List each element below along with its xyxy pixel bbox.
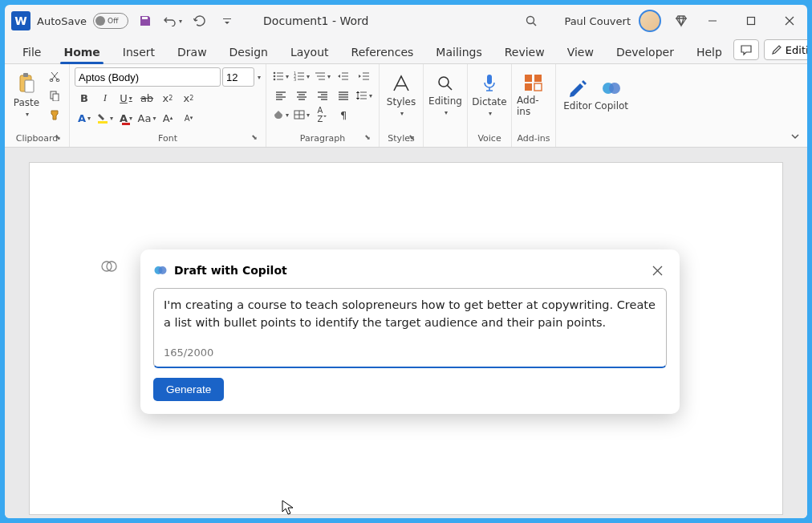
svg-rect-24 [534, 83, 542, 91]
copy-button[interactable] [45, 87, 64, 104]
svg-text:3: 3 [294, 77, 296, 81]
editing-button[interactable]: Editing ▾ [428, 67, 462, 122]
collapse-ribbon-button[interactable] [790, 131, 801, 142]
borders-button[interactable]: ▾ [292, 106, 311, 124]
editor-group-label [561, 132, 628, 145]
font-size-select[interactable] [222, 67, 254, 87]
chevron-down-icon: ▾ [489, 110, 492, 117]
editor-button[interactable]: Editor [561, 67, 595, 122]
font-group-label: Font ⬊ [75, 132, 261, 145]
maximize-button[interactable] [733, 8, 769, 34]
tab-file[interactable]: File [11, 40, 52, 63]
highlight-button[interactable]: ▾ [95, 109, 115, 127]
align-right-button[interactable] [313, 87, 332, 104]
word-window: W AutoSave Off ▾ Document1 - Word Paul C… [5, 5, 807, 518]
redo-button[interactable] [189, 10, 210, 31]
decrease-indent-button[interactable] [334, 67, 353, 85]
italic-button[interactable]: I [95, 89, 115, 107]
tab-draw[interactable]: Draw [166, 40, 218, 63]
tab-references[interactable]: References [340, 40, 425, 63]
tab-review[interactable]: Review [493, 40, 556, 63]
justify-button[interactable] [334, 87, 353, 104]
svg-point-0 [527, 17, 534, 24]
svg-rect-11 [122, 123, 130, 125]
chevron-down-icon: ▾ [26, 111, 29, 118]
text-effects-button[interactable]: A▾ [75, 109, 94, 127]
tab-insert[interactable]: Insert [112, 40, 166, 63]
multilevel-list-button[interactable]: ▾ [313, 67, 332, 85]
subscript-button[interactable]: x2 [158, 89, 177, 107]
comments-button[interactable] [733, 39, 759, 60]
paste-label: Paste [14, 97, 39, 108]
tab-mailings[interactable]: Mailings [424, 40, 493, 63]
numbering-button[interactable]: 123▾ [292, 67, 311, 85]
shrink-font-button[interactable]: A▾ [179, 109, 198, 127]
dialog-launcher-icon[interactable]: ⬊ [53, 133, 63, 143]
increase-indent-button[interactable] [355, 67, 374, 85]
voice-group-label: Voice [473, 132, 506, 145]
copilot-label: Copilot [595, 100, 628, 111]
font-color-button[interactable]: A▾ [116, 109, 136, 127]
copilot-close-button[interactable] [648, 261, 667, 280]
bold-button[interactable]: B [75, 89, 94, 107]
line-spacing-button[interactable]: ▾ [355, 87, 374, 104]
svg-point-30 [159, 266, 167, 274]
grow-font-button[interactable]: A▴ [158, 109, 177, 127]
format-painter-button[interactable] [45, 106, 64, 124]
close-window-button[interactable] [772, 8, 807, 34]
group-font: ▾ B I U▾ ab x2 x2 A▾ ▾ A▾ Aa▾ A▴ A▾ [70, 64, 266, 147]
change-case-button[interactable]: Aa▾ [137, 109, 156, 127]
dictate-button[interactable]: Dictate ▾ [473, 67, 506, 122]
document-page[interactable]: Draft with Copilot I'm creating a course… [29, 162, 783, 515]
paragraph-group-label: Paragraph ⬊ [271, 132, 374, 145]
svg-rect-4 [23, 73, 28, 77]
tab-help[interactable]: Help [685, 40, 733, 63]
document-area[interactable]: Draft with Copilot I'm creating a course… [5, 148, 807, 518]
dialog-launcher-icon[interactable]: ⬊ [363, 133, 372, 143]
mouse-cursor-icon [282, 500, 294, 516]
copilot-ribbon-button[interactable]: Copilot [595, 67, 628, 122]
save-button[interactable] [135, 10, 156, 31]
tab-developer[interactable]: Developer [605, 40, 685, 63]
sort-button[interactable]: AZ [313, 106, 332, 124]
avatar[interactable] [639, 10, 661, 32]
addins-button[interactable]: Add-ins [517, 67, 550, 122]
undo-button[interactable]: ▾ [162, 10, 183, 31]
copilot-prompt-input[interactable]: I'm creating a course to teach soloprene… [153, 288, 667, 368]
tab-view[interactable]: View [556, 40, 605, 63]
minimize-button[interactable] [695, 8, 730, 34]
diamond-icon[interactable] [671, 10, 692, 31]
generate-button[interactable]: Generate [153, 378, 224, 401]
group-editor-copilot: Editor Copilot [556, 64, 633, 147]
strikethrough-button[interactable]: ab [137, 89, 156, 107]
svg-point-12 [274, 72, 276, 75]
copilot-prompt-text: I'm creating a course to teach soloprene… [164, 297, 656, 332]
clipboard-group-label: Clipboard ⬊ [10, 132, 64, 145]
align-center-button[interactable] [292, 87, 311, 104]
styles-button[interactable]: Styles ▾ [384, 67, 418, 122]
qat-customize-button[interactable] [217, 10, 238, 31]
dialog-launcher-icon[interactable]: ⬊ [407, 133, 416, 143]
tab-design[interactable]: Design [218, 40, 279, 63]
editing-mode-label: Editing [786, 44, 807, 56]
shading-button[interactable]: ▾ [271, 106, 290, 124]
autosave-toggle[interactable]: Off [93, 13, 128, 29]
editing-mode-button[interactable]: Editing ▾ [764, 39, 807, 60]
tab-layout[interactable]: Layout [279, 40, 340, 63]
font-name-select[interactable] [75, 67, 221, 87]
copilot-inline-icon[interactable] [100, 257, 118, 275]
tab-home[interactable]: Home [52, 40, 111, 63]
word-logo-icon: W [11, 11, 30, 30]
show-marks-button[interactable]: ¶ [334, 106, 353, 124]
paste-button[interactable]: Paste ▾ [10, 67, 43, 122]
autosave-label: AutoSave [37, 15, 87, 27]
search-button[interactable] [521, 10, 542, 31]
dialog-launcher-icon[interactable]: ⬊ [250, 133, 259, 143]
copilot-logo-icon [153, 263, 168, 278]
superscript-button[interactable]: x2 [179, 89, 198, 107]
align-left-button[interactable] [271, 87, 290, 104]
underline-button[interactable]: U▾ [116, 89, 136, 107]
editing-label: Editing [428, 95, 462, 107]
bullets-button[interactable]: ▾ [271, 67, 290, 85]
cut-button[interactable] [45, 67, 64, 85]
